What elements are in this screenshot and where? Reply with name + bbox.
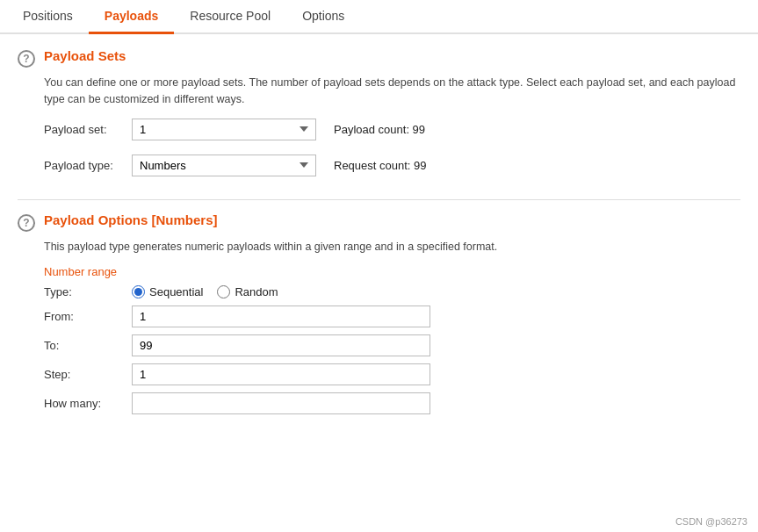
from-input[interactable] bbox=[132, 306, 430, 327]
payload-set-select[interactable]: 1 2 3 bbox=[132, 119, 316, 140]
random-option[interactable]: Random bbox=[217, 285, 278, 298]
payload-sets-title: Payload Sets bbox=[44, 48, 126, 63]
request-count-row: Request count: 99 bbox=[334, 155, 740, 176]
random-radio[interactable] bbox=[217, 285, 230, 298]
payload-options-header: ? Payload Options [Numbers] bbox=[18, 212, 740, 232]
to-input[interactable] bbox=[132, 334, 430, 356]
payload-options-help-icon[interactable]: ? bbox=[18, 214, 35, 232]
step-label: Step: bbox=[44, 368, 132, 381]
payload-options-description: This payload type generates numeric payl… bbox=[44, 239, 740, 255]
payload-type-label: Payload type: bbox=[44, 159, 132, 172]
step-input[interactable] bbox=[132, 363, 430, 385]
from-row: From: bbox=[44, 306, 740, 327]
payload-count-info: Payload count: 99 bbox=[334, 123, 425, 136]
to-label: To: bbox=[44, 339, 132, 352]
type-row: Type: Sequential Random bbox=[44, 285, 740, 298]
payload-type-select[interactable]: Numbers Simple list Runtime file Custom … bbox=[132, 155, 316, 176]
sequential-label: Sequential bbox=[149, 285, 203, 298]
section-divider bbox=[18, 199, 740, 200]
type-label: Type: bbox=[44, 285, 132, 298]
random-label: Random bbox=[235, 285, 278, 298]
sequential-option[interactable]: Sequential bbox=[132, 285, 203, 298]
from-label: From: bbox=[44, 310, 132, 323]
watermark: CSDN @p36273 bbox=[675, 516, 747, 527]
how-many-input[interactable] bbox=[132, 392, 430, 414]
payload-sets-description: You can define one or more payload sets.… bbox=[44, 75, 740, 108]
step-row: Step: bbox=[44, 363, 740, 385]
tab-positions[interactable]: Positions bbox=[7, 0, 89, 34]
content-area: ? Payload Sets You can define one or mor… bbox=[0, 34, 758, 532]
payload-set-row: Payload set: 1 2 3 bbox=[44, 119, 334, 140]
payload-set-label: Payload set: bbox=[44, 123, 132, 136]
payload-type-row: Payload type: Numbers Simple list Runtim… bbox=[44, 155, 334, 176]
request-count-info: Request count: 99 bbox=[334, 159, 427, 172]
payload-sets-form: Payload set: 1 2 3 Payload count: 99 Pay… bbox=[44, 119, 740, 183]
payload-sets-header: ? Payload Sets bbox=[18, 48, 740, 68]
sequential-radio[interactable] bbox=[132, 285, 145, 298]
number-range-label: Number range bbox=[44, 265, 740, 278]
tab-options[interactable]: Options bbox=[286, 0, 360, 34]
how-many-row: How many: bbox=[44, 392, 740, 414]
payload-sets-section: ? Payload Sets You can define one or mor… bbox=[18, 48, 740, 183]
payload-options-section: ? Payload Options [Numbers] This payload… bbox=[18, 212, 740, 415]
how-many-label: How many: bbox=[44, 397, 132, 410]
tabs-bar: Positions Payloads Resource Pool Options bbox=[0, 0, 758, 34]
tab-payloads[interactable]: Payloads bbox=[89, 0, 174, 34]
payload-sets-help-icon[interactable]: ? bbox=[18, 50, 35, 68]
payload-options-title: Payload Options [Numbers] bbox=[44, 212, 218, 227]
payload-count-row: Payload count: 99 bbox=[334, 119, 740, 140]
tab-resource-pool[interactable]: Resource Pool bbox=[174, 0, 286, 34]
to-row: To: bbox=[44, 334, 740, 356]
main-container: Positions Payloads Resource Pool Options… bbox=[0, 0, 758, 532]
type-radio-group: Sequential Random bbox=[132, 285, 278, 298]
